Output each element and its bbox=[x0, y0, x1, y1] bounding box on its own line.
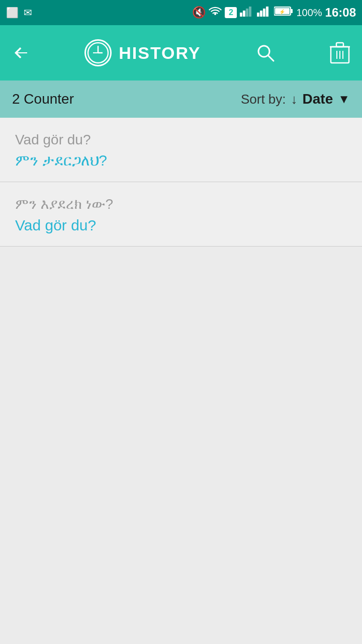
toolbar-title: HISTORY bbox=[119, 43, 201, 63]
status-bar-right: 🔇 2 bbox=[192, 6, 356, 20]
counter-label: 2 Counter bbox=[12, 91, 74, 107]
sort-by-label: Sort by: bbox=[241, 92, 286, 107]
dropdown-icon[interactable]: ▼ bbox=[338, 92, 350, 106]
svg-rect-19 bbox=[336, 43, 343, 47]
battery-icon: ⚡ bbox=[274, 6, 293, 19]
battery-percent: 100% bbox=[296, 7, 322, 19]
mute-icon: 🔇 bbox=[192, 6, 206, 19]
source-text-1: Vad gör du? bbox=[15, 132, 347, 148]
toolbar: HISTORY bbox=[0, 25, 362, 80]
sort-controls[interactable]: Sort by: ↓ Date ▼ bbox=[241, 91, 350, 107]
svg-rect-4 bbox=[257, 13, 259, 17]
status-bar-left: ⬜ ✉ bbox=[6, 7, 32, 19]
sort-value: Date bbox=[303, 91, 333, 107]
clock-icon bbox=[84, 39, 112, 66]
content-area: Vad gör du? ምን ታደርጋለህ? ምን እያደረክ ነው? Vad … bbox=[0, 118, 362, 644]
svg-rect-5 bbox=[260, 11, 262, 17]
svg-rect-0 bbox=[240, 13, 242, 17]
time: 16:08 bbox=[325, 6, 356, 20]
image-icon: ⬜ bbox=[6, 7, 19, 19]
back-button[interactable] bbox=[12, 44, 30, 62]
translation-text-2: Vad gör du? bbox=[15, 217, 347, 234]
svg-rect-6 bbox=[263, 9, 265, 17]
svg-rect-9 bbox=[291, 9, 293, 13]
svg-rect-7 bbox=[266, 7, 268, 17]
delete-button[interactable] bbox=[330, 42, 350, 64]
svg-rect-3 bbox=[249, 7, 251, 17]
sort-bar: 2 Counter Sort by: ↓ Date ▼ bbox=[0, 80, 362, 118]
signal2-icon bbox=[257, 6, 271, 20]
history-item[interactable]: Vad gör du? ምን ታደርጋለህ? bbox=[0, 118, 362, 182]
source-text-2: ምን እያደረክ ነው? bbox=[15, 196, 347, 213]
svg-text:⚡: ⚡ bbox=[279, 9, 286, 15]
search-button[interactable] bbox=[255, 43, 276, 63]
message-icon: ✉ bbox=[24, 7, 32, 19]
status-bar: ⬜ ✉ 🔇 2 bbox=[0, 0, 362, 25]
sort-direction-icon: ↓ bbox=[291, 92, 298, 107]
history-item[interactable]: ምን እያደረክ ነው? Vad gör du? bbox=[0, 182, 362, 247]
svg-rect-2 bbox=[246, 9, 248, 17]
toolbar-center: HISTORY bbox=[84, 39, 201, 66]
svg-rect-1 bbox=[243, 11, 245, 17]
svg-line-16 bbox=[268, 55, 274, 61]
signal-icon bbox=[240, 6, 254, 20]
sim-icon: 2 bbox=[225, 7, 237, 18]
wifi-icon bbox=[209, 6, 222, 20]
translation-text-1: ምን ታደርጋለህ? bbox=[15, 152, 347, 170]
